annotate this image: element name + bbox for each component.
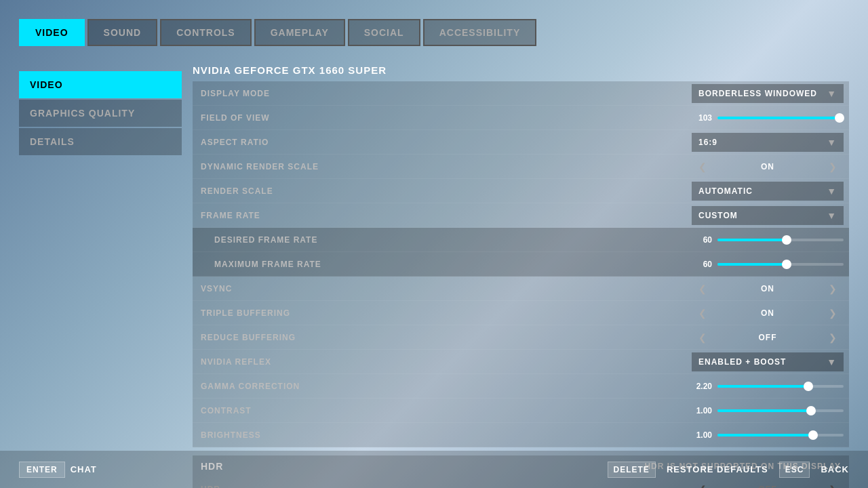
display-mode-value: BORDERLESS WINDOWED [698,89,817,98]
render-scale-row: RENDER SCALE AUTOMATIC ▼ [193,179,849,203]
reduce-buffering-toggle[interactable]: ❮ OFF ❯ [692,332,844,343]
desired-frame-rate-control: 60 [686,235,849,245]
toggle-right-arrow-icon[interactable]: ❯ [825,308,841,319]
sidebar-item-details[interactable]: DETAILS [19,128,182,155]
contrast-label: CONTRAST [193,406,686,415]
brightness-row: BRIGHTNESS 1.00 [193,423,849,447]
render-scale-value: AUTOMATIC [698,186,753,196]
bottom-bar: ENTER CHAT DELETE RESTORE DEFAULTS ESC B… [0,451,868,488]
max-frame-rate-thumb[interactable] [782,260,791,269]
desired-frame-rate-fill [717,239,787,241]
dynamic-render-scale-control: ❮ ON ❯ [686,161,849,172]
settings-panel: NVIDIA GEFORCE GTX 1660 SUPER DISPLAY MO… [193,64,849,447]
tab-sound[interactable]: SOUND [87,19,158,46]
dropdown-arrow-icon: ▼ [827,186,837,197]
tab-video[interactable]: VIDEO [19,19,85,46]
gamma-correction-track[interactable] [717,385,844,388]
triple-buffering-toggle[interactable]: ❮ ON ❯ [692,308,844,319]
fov-slider[interactable]: 103 [692,113,844,123]
sidebar: VIDEO GRAPHICS QUALITY DETAILS [19,64,182,447]
fov-fill [717,117,840,119]
brightness-track[interactable] [717,434,844,436]
panel-title: NVIDIA GEFORCE GTX 1660 SUPER [193,64,849,76]
aspect-ratio-value: 16:9 [698,138,717,147]
frame-rate-value: CUSTOM [698,211,738,220]
fov-track[interactable] [717,117,844,119]
display-mode-label: DISPLAY MODE [193,89,686,98]
max-frame-rate-slider[interactable]: 60 [692,260,844,269]
display-mode-dropdown[interactable]: BORDERLESS WINDOWED ▼ [692,84,844,103]
max-frame-rate-track[interactable] [717,263,844,266]
vsync-toggle[interactable]: ❮ ON ❯ [692,283,844,294]
toggle-left-arrow-icon[interactable]: ❮ [694,283,711,294]
nvidia-reflex-label: NVIDIA REFLEX [193,357,686,367]
brightness-thumb[interactable] [808,430,818,440]
frame-rate-control[interactable]: CUSTOM ▼ [686,206,849,225]
sidebar-item-graphics-quality[interactable]: GRAPHICS QUALITY [19,100,182,127]
tab-social[interactable]: SOCIAL [348,19,420,46]
aspect-ratio-dropdown[interactable]: 16:9 ▼ [692,133,844,152]
render-scale-control[interactable]: AUTOMATIC ▼ [686,182,849,201]
video-settings-section: DISPLAY MODE BORDERLESS WINDOWED ▼ FIELD… [193,81,849,447]
vsync-control: ❮ ON ❯ [686,283,849,294]
back-label[interactable]: BACK [821,464,849,474]
dynamic-render-scale-toggle[interactable]: ❮ ON ❯ [692,161,844,172]
frame-rate-row: FRAME RATE CUSTOM ▼ [193,203,849,228]
nvidia-reflex-dropdown[interactable]: ENABLED + BOOST ▼ [692,352,844,371]
gamma-correction-label: GAMMA CORRECTION [193,382,686,391]
dropdown-arrow-icon: ▼ [827,210,837,221]
contrast-slider[interactable]: 1.00 [692,406,844,415]
frame-rate-dropdown[interactable]: CUSTOM ▼ [692,206,844,225]
render-scale-dropdown[interactable]: AUTOMATIC ▼ [692,182,844,201]
enter-key-badge: ENTER [19,462,65,478]
nvidia-reflex-control[interactable]: ENABLED + BOOST ▼ [686,352,849,371]
toggle-left-arrow-icon[interactable]: ❮ [694,308,711,319]
tab-controls[interactable]: CONTROLS [160,19,252,46]
max-frame-rate-fill [717,263,787,266]
brightness-fill [717,434,813,436]
contrast-control: 1.00 [686,406,849,415]
brightness-label: BRIGHTNESS [193,430,686,440]
brightness-slider[interactable]: 1.00 [692,430,844,440]
dropdown-arrow-icon: ▼ [827,357,837,367]
restore-defaults-label[interactable]: RESTORE DEFAULTS [667,464,768,474]
tab-accessibility[interactable]: ACCESSIBILITY [423,19,537,46]
dynamic-render-scale-row: DYNAMIC RENDER SCALE ❮ ON ❯ [193,155,849,179]
gamma-correction-thumb[interactable] [804,382,813,391]
aspect-ratio-control[interactable]: 16:9 ▼ [686,133,849,152]
toggle-left-arrow-icon[interactable]: ❮ [694,332,711,343]
gamma-correction-row: GAMMA CORRECTION 2.20 [193,374,849,399]
triple-buffering-value: ON [761,308,774,318]
dynamic-render-scale-label: DYNAMIC RENDER SCALE [193,162,686,171]
brightness-control: 1.00 [686,430,849,440]
desired-frame-rate-thumb[interactable] [782,235,791,245]
toggle-left-arrow-icon[interactable]: ❮ [694,161,711,172]
render-scale-label: RENDER SCALE [193,186,686,196]
sidebar-item-video[interactable]: VIDEO [19,71,182,98]
desired-frame-rate-track[interactable] [717,239,844,241]
dynamic-render-scale-value: ON [761,162,774,171]
top-navigation: VIDEO SOUND CONTROLS GAMEPLAY SOCIAL ACC… [19,19,536,46]
fov-row: FIELD OF VIEW 103 [193,106,849,130]
display-mode-row: DISPLAY MODE BORDERLESS WINDOWED ▼ [193,81,849,106]
gamma-correction-fill [717,385,808,388]
toggle-right-arrow-icon[interactable]: ❯ [825,161,841,172]
contrast-thumb[interactable] [806,406,816,415]
gamma-correction-control: 2.20 [686,382,849,391]
fov-control: 103 [686,113,849,123]
contrast-row: CONTRAST 1.00 [193,399,849,423]
tab-gameplay[interactable]: GAMEPLAY [254,19,345,46]
gamma-correction-slider[interactable]: 2.20 [692,382,844,391]
contrast-track[interactable] [717,409,844,412]
triple-buffering-row: TRIPLE BUFFERING ❮ ON ❯ [193,301,849,325]
bottom-left: ENTER CHAT [19,462,97,478]
reduce-buffering-label: REDUCE BUFFERING [193,333,686,342]
fov-thumb[interactable] [835,113,844,123]
toggle-right-arrow-icon[interactable]: ❯ [825,332,841,343]
delete-key-badge: DELETE [608,462,656,478]
vsync-row: VSYNC ❮ ON ❯ [193,277,849,301]
toggle-right-arrow-icon[interactable]: ❯ [825,283,841,294]
max-frame-rate-row: MAXIMUM FRAME RATE 60 [193,252,849,277]
desired-frame-rate-slider[interactable]: 60 [692,235,844,245]
display-mode-control[interactable]: BORDERLESS WINDOWED ▼ [686,84,849,103]
